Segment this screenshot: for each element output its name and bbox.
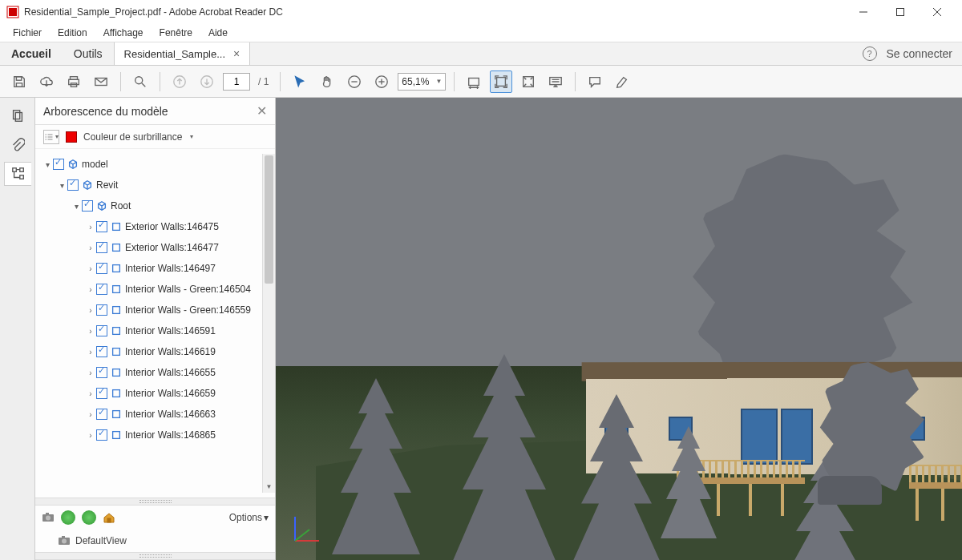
- tree-node[interactable]: ›Interior Walls - Green:146559: [38, 300, 262, 320]
- menu-view[interactable]: Affichage: [97, 26, 150, 40]
- checkbox[interactable]: [96, 242, 107, 253]
- checkbox[interactable]: [53, 159, 64, 170]
- node-icon: [111, 409, 122, 420]
- twisty-icon[interactable]: ›: [85, 264, 96, 273]
- twisty-icon[interactable]: ›: [85, 285, 96, 294]
- select-tool[interactable]: [289, 71, 311, 93]
- chevron-down-icon[interactable]: ▾: [190, 133, 193, 140]
- tab-home[interactable]: Accueil: [0, 42, 63, 65]
- panel-splitter[interactable]: [35, 498, 275, 506]
- help-icon[interactable]: ?: [863, 46, 877, 61]
- twisty-icon[interactable]: ▾: [71, 202, 82, 211]
- menu-help[interactable]: Aide: [202, 26, 234, 40]
- twisty-icon[interactable]: ▾: [56, 181, 67, 190]
- tree-node[interactable]: ›Interior Walls:146497: [38, 258, 262, 279]
- camera-icon[interactable]: [42, 511, 55, 524]
- cloud-button[interactable]: [35, 71, 58, 93]
- twisty-icon[interactable]: ›: [85, 389, 96, 398]
- highlight-swatch[interactable]: [66, 131, 77, 143]
- save-button[interactable]: [8, 71, 30, 93]
- checkbox[interactable]: [96, 367, 107, 378]
- nav-back-button[interactable]: [61, 510, 75, 525]
- tree-node[interactable]: ▾model: [38, 154, 262, 175]
- tab-document[interactable]: Residential_Sample... ×: [114, 42, 251, 65]
- checkbox[interactable]: [96, 263, 107, 274]
- twisty-icon[interactable]: ›: [85, 244, 96, 252]
- menu-file[interactable]: Fichier: [6, 26, 48, 40]
- tree-node[interactable]: ›Exterior Walls:146477: [38, 237, 262, 258]
- model-tree-button[interactable]: [4, 162, 31, 186]
- print-button[interactable]: [63, 71, 85, 93]
- comment-button[interactable]: [584, 71, 606, 93]
- highlight-button[interactable]: [611, 71, 633, 93]
- checkbox[interactable]: [82, 200, 93, 212]
- twisty-icon[interactable]: ▾: [42, 160, 53, 169]
- node-label: Exterior Walls:146475: [125, 221, 219, 232]
- list-view-icon[interactable]: ▾: [43, 130, 59, 144]
- tree-node[interactable]: ›Interior Walls:146619: [38, 341, 262, 362]
- tab-tools[interactable]: Outils: [63, 42, 114, 65]
- twisty-icon[interactable]: ›: [85, 306, 96, 315]
- twisty-icon[interactable]: ›: [85, 348, 96, 357]
- tree-node[interactable]: ›Interior Walls:146865: [38, 425, 262, 445]
- tree-node[interactable]: ›Interior Walls:146591: [38, 320, 262, 341]
- fit-width-button[interactable]: [463, 71, 485, 93]
- checkbox[interactable]: [96, 388, 107, 399]
- twisty-icon[interactable]: ›: [85, 431, 96, 440]
- panel-footer-view[interactable]: DefaultView: [35, 530, 275, 552]
- twisty-icon[interactable]: ›: [85, 410, 96, 419]
- sign-in-link[interactable]: Se connecter: [887, 47, 953, 60]
- twisty-icon[interactable]: ›: [85, 223, 96, 232]
- search-button[interactable]: [129, 71, 152, 93]
- home-icon[interactable]: [103, 511, 115, 524]
- page-input[interactable]: [223, 73, 250, 91]
- tree-node[interactable]: ›Exterior Walls:146475: [38, 216, 262, 237]
- options-menu[interactable]: Options ▾: [229, 512, 269, 523]
- maximize-button[interactable]: [882, 0, 919, 24]
- tab-close-icon[interactable]: ×: [233, 47, 240, 60]
- tree-scrollbar[interactable]: ▲ ▼: [262, 154, 275, 493]
- fit-page-button[interactable]: [490, 71, 512, 93]
- tree-node[interactable]: ▾Root: [38, 195, 262, 216]
- tree-node[interactable]: ›Interior Walls:146663: [38, 404, 262, 425]
- prev-page-button[interactable]: [168, 71, 191, 93]
- thumbnails-button[interactable]: [6, 104, 30, 128]
- menu-window[interactable]: Fenêtre: [153, 26, 199, 40]
- zoom-value: 65,1%: [402, 76, 429, 87]
- zoom-select[interactable]: 65,1% ▼: [398, 73, 446, 91]
- panel-splitter[interactable]: [35, 552, 275, 560]
- nav-forward-button[interactable]: [82, 510, 96, 525]
- tree-node[interactable]: ›Interior Walls:146659: [38, 383, 262, 404]
- scroll-thumb[interactable]: [265, 155, 273, 284]
- tree-node[interactable]: ›Interior Walls:146655: [38, 362, 262, 383]
- fullscreen-button[interactable]: [517, 71, 540, 93]
- checkbox[interactable]: [96, 325, 107, 336]
- twisty-icon[interactable]: ›: [85, 327, 96, 336]
- svg-rect-7: [16, 83, 22, 87]
- checkbox[interactable]: [96, 284, 107, 295]
- checkbox[interactable]: [96, 346, 107, 357]
- 3d-scene[interactable]: [276, 98, 962, 560]
- checkbox[interactable]: [96, 221, 107, 232]
- tree-node[interactable]: ›Interior Walls - Green:146504: [38, 279, 262, 300]
- minimize-button[interactable]: [845, 0, 882, 24]
- tree: ▾model▾Revit▾Root›Exterior Walls:146475›…: [35, 149, 275, 498]
- tree-node[interactable]: ▾Revit: [38, 175, 262, 195]
- next-page-button[interactable]: [196, 71, 218, 93]
- checkbox[interactable]: [67, 179, 79, 191]
- scroll-down-icon[interactable]: ▼: [263, 480, 275, 493]
- attachments-button[interactable]: [6, 133, 30, 157]
- menu-edit[interactable]: Edition: [51, 26, 94, 40]
- checkbox[interactable]: [96, 429, 107, 441]
- mail-button[interactable]: [90, 71, 112, 93]
- zoom-in-button[interactable]: [370, 71, 393, 93]
- twisty-icon[interactable]: ›: [85, 369, 96, 377]
- read-mode-button[interactable]: [544, 71, 567, 93]
- hand-tool[interactable]: [316, 71, 338, 93]
- checkbox[interactable]: [96, 304, 107, 316]
- node-icon: [111, 325, 122, 336]
- zoom-out-button[interactable]: [343, 71, 366, 93]
- checkbox[interactable]: [96, 409, 107, 420]
- close-button[interactable]: [919, 0, 956, 24]
- panel-close-icon[interactable]: ✕: [257, 103, 267, 119]
